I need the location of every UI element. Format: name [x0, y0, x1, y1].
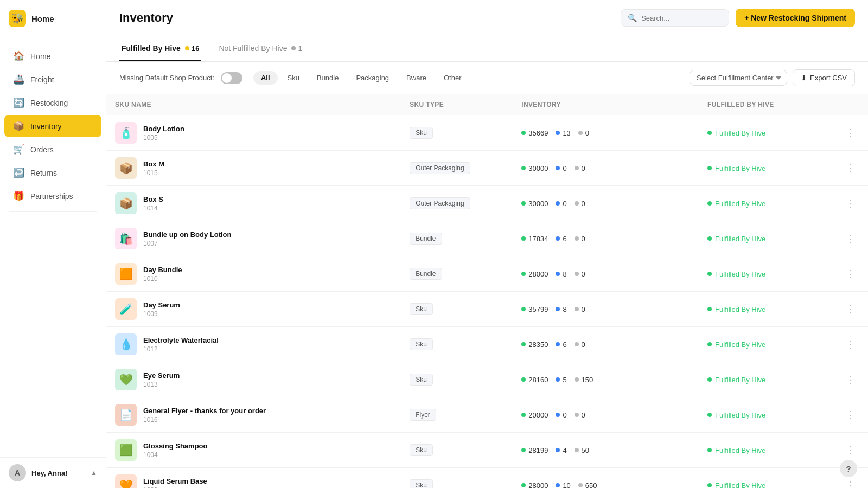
row-menu-button[interactable]: ⋮: [841, 195, 859, 211]
cell-sku-type: Bundle: [401, 221, 513, 256]
cell-inventory: 30000 0 0: [513, 151, 699, 186]
search-bar[interactable]: 🔍: [621, 9, 729, 27]
row-menu-button[interactable]: ⋮: [841, 407, 859, 423]
help-button[interactable]: ?: [840, 460, 857, 477]
table-row: 💚 Eye Serum 1013 Sku 28160 5: [106, 362, 868, 397]
sku-name: General Flyer - thanks for your order: [143, 407, 266, 415]
blue-dot: [556, 272, 560, 276]
row-menu-button[interactable]: ⋮: [841, 230, 859, 247]
inv-blue-value: 0: [563, 411, 566, 419]
gray-dot: [578, 131, 583, 135]
cell-actions[interactable]: ⋮: [832, 292, 868, 327]
sku-type-badge: Outer Packaging: [410, 197, 470, 209]
table-row: 📦 Box S 1014 Outer Packaging 30000 0: [106, 186, 868, 221]
table-row: 🧴 Body Lotion 1005 Sku 35669 13: [106, 115, 868, 151]
cell-actions[interactable]: ⋮: [832, 362, 868, 397]
blue-dot: [556, 131, 560, 135]
filter-pill-sku[interactable]: Sku: [280, 71, 307, 85]
filter-pill-other[interactable]: Other: [436, 71, 469, 85]
cell-actions[interactable]: ⋮: [832, 256, 868, 292]
filter-pill-packaging[interactable]: Packaging: [348, 71, 397, 85]
sidebar-item-returns[interactable]: ↩️ Returns: [4, 162, 101, 184]
blue-dot: [556, 166, 560, 170]
row-menu-button[interactable]: ⋮: [841, 266, 859, 282]
inv-green: 20000: [521, 411, 548, 419]
row-menu-button[interactable]: ⋮: [841, 125, 859, 141]
new-shipment-button[interactable]: + New Restocking Shipment: [736, 9, 855, 27]
row-menu-button[interactable]: ⋮: [841, 477, 859, 488]
sku-info: Box S 1014: [143, 195, 163, 212]
cell-sku-type: Sku: [401, 433, 513, 468]
cell-actions[interactable]: ⋮: [832, 221, 868, 256]
header-actions: 🔍 + New Restocking Shipment: [621, 9, 855, 27]
row-menu-button[interactable]: ⋮: [841, 301, 859, 317]
sku-id: 1012: [143, 345, 219, 353]
sidebar-item-home[interactable]: 🏠 Home: [4, 45, 101, 67]
sidebar-item-label-returns: Returns: [30, 169, 57, 177]
inv-green: 28350: [521, 341, 548, 349]
sku-id: 1014: [143, 204, 163, 212]
fulfillment-center-select[interactable]: Select Fulfillment Center: [690, 70, 787, 86]
sidebar-item-orders[interactable]: 🛒 Orders: [4, 138, 101, 160]
cell-actions[interactable]: ⋮: [832, 115, 868, 151]
sku-name: Body Lotion: [143, 125, 184, 133]
cell-sku-type: Bundle: [401, 256, 513, 292]
table-row: 💧 Electrolyte Waterfacial 1012 Sku 28350…: [106, 327, 868, 362]
inv-green-value: 35799: [528, 305, 548, 313]
search-input[interactable]: [641, 14, 722, 22]
sidebar-item-inventory[interactable]: 📦 Inventory: [4, 115, 101, 137]
blue-dot: [556, 448, 560, 452]
missing-product-toggle[interactable]: [221, 72, 242, 84]
cell-actions[interactable]: ⋮: [832, 186, 868, 221]
filter-pill-all[interactable]: All: [253, 71, 278, 85]
sidebar-item-restocking[interactable]: 🔄 Restocking: [4, 92, 101, 114]
inv-blue: 6: [556, 235, 566, 243]
cell-actions[interactable]: ⋮: [832, 151, 868, 186]
cell-fulfilled: Fulfilled By Hive: [699, 221, 832, 256]
row-menu-button[interactable]: ⋮: [841, 336, 859, 352]
sku-name: Electrolyte Waterfacial: [143, 336, 219, 344]
tab-fulfilled[interactable]: Fulfilled By Hive 16: [119, 36, 201, 61]
sku-thumbnail: 🧴: [115, 122, 137, 144]
fulfilled-label: Fulfilled By Hive: [715, 164, 765, 172]
col-sku-name: SKU Name: [106, 94, 401, 115]
filter-pill-bundle[interactable]: Bundle: [309, 71, 346, 85]
cell-fulfilled: Fulfilled By Hive: [699, 292, 832, 327]
inv-gray: 0: [575, 305, 585, 313]
cell-sku-type: Sku: [401, 362, 513, 397]
inv-green-value: 17834: [528, 235, 548, 243]
table-row: 🟧 Day Bundle 1010 Bundle 28000 8: [106, 256, 868, 292]
cell-actions[interactable]: ⋮: [832, 327, 868, 362]
toggle-label: Missing Default Shop Product:: [119, 74, 214, 82]
cell-fulfilled: Fulfilled By Hive: [699, 256, 832, 292]
gray-dot: [575, 413, 579, 417]
sidebar-user[interactable]: A Hey, Anna! ▲: [0, 457, 106, 488]
sku-thumbnail: 🛍️: [115, 228, 137, 249]
sidebar-logo[interactable]: 🐝 Home: [0, 0, 106, 37]
filter-pill-bware[interactable]: Bware: [399, 71, 434, 85]
sidebar-item-partnerships[interactable]: 🎁 Partnerships: [4, 185, 101, 207]
row-menu-button[interactable]: ⋮: [841, 160, 859, 176]
fulfilled-label: Fulfilled By Hive: [715, 305, 765, 313]
row-menu-button[interactable]: ⋮: [841, 442, 859, 458]
sidebar-item-label-inventory: Inventory: [30, 122, 62, 131]
sku-name: Day Serum: [143, 301, 180, 309]
fulfilled-dot: [707, 483, 712, 487]
inv-green-value: 30000: [528, 200, 548, 208]
export-csv-button[interactable]: ⬇ Export CSV: [793, 69, 855, 86]
sidebar-item-freight[interactable]: 🚢 Freight: [4, 68, 101, 91]
inv-green: 35669: [521, 129, 548, 137]
tab-not_fulfilled[interactable]: Not Fulfilled By Hive 1: [216, 36, 304, 61]
home-icon: 🏠: [13, 50, 24, 62]
green-dot: [521, 413, 526, 417]
inv-blue-value: 6: [563, 341, 566, 349]
restocking-icon: 🔄: [13, 97, 24, 108]
cell-inventory: 28350 6 0: [513, 327, 699, 362]
gray-dot: [575, 448, 579, 452]
row-menu-button[interactable]: ⋮: [841, 371, 859, 388]
cell-actions[interactable]: ⋮: [832, 397, 868, 433]
inv-gray: 0: [575, 200, 585, 208]
inv-green-value: 28350: [528, 341, 548, 349]
sku-info: Day Bundle 1010: [143, 266, 182, 282]
sku-type-badge: Bundle: [410, 268, 442, 280]
